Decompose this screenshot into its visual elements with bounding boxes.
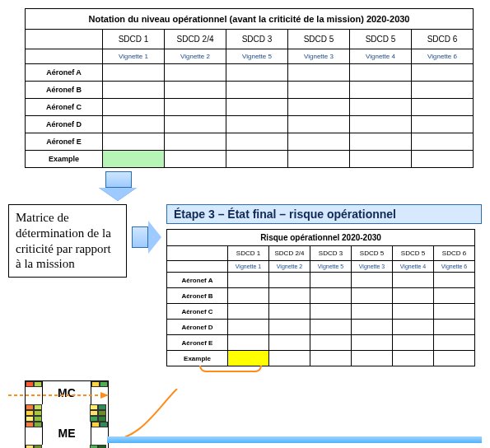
criticality-level-label: ME — [42, 422, 91, 445]
cell — [269, 288, 310, 304]
cell — [393, 335, 434, 351]
cell — [226, 64, 288, 82]
cell — [393, 288, 434, 304]
cell — [165, 116, 226, 133]
cell — [228, 320, 269, 335]
cell — [103, 82, 165, 99]
blue-underline-bar — [107, 436, 482, 443]
table-row: Example — [167, 351, 475, 366]
cell — [269, 273, 310, 288]
cell — [352, 351, 393, 366]
cell — [310, 320, 352, 335]
row-header: Aéronef D — [26, 116, 103, 133]
cell — [350, 64, 412, 82]
table-row: Aéronef D — [167, 320, 475, 335]
example-bracket-icon — [199, 366, 262, 372]
cell — [288, 64, 350, 82]
cell — [288, 116, 350, 133]
cell — [350, 99, 412, 116]
cell — [269, 304, 310, 320]
cell — [412, 133, 474, 151]
row-header: Aéronef D — [167, 320, 228, 335]
cell — [393, 304, 434, 320]
cell — [352, 335, 393, 351]
cell — [350, 82, 412, 99]
cell — [350, 151, 412, 168]
row-header: Aéronef B — [26, 82, 103, 99]
table-row: Aéronef D — [26, 116, 474, 133]
table1-col-headers: SDCD 1SDCD 2/4SDCD 3 SDCD 5SDCD 5SDCD 6 — [26, 30, 474, 49]
cell — [352, 320, 393, 335]
cell — [352, 304, 393, 320]
arrow-down-icon — [99, 171, 482, 201]
cell — [434, 288, 475, 304]
row-header: Aéronef B — [167, 288, 228, 304]
table-row: Aéronef E — [167, 335, 475, 351]
cell — [269, 351, 310, 366]
table-row: Aéronef A — [167, 273, 475, 288]
cell — [310, 335, 352, 351]
cell — [412, 64, 474, 82]
cell — [288, 151, 350, 168]
cell — [434, 335, 475, 351]
cell — [412, 151, 474, 168]
cell — [103, 116, 165, 133]
table-row: Aéronef C — [167, 304, 475, 320]
row-header: Aéronef A — [167, 273, 228, 288]
cell — [310, 273, 352, 288]
cell — [228, 335, 269, 351]
cell — [310, 304, 352, 320]
cell — [288, 133, 350, 151]
table-row: Aéronef B — [167, 288, 475, 304]
row-header: Aéronef C — [26, 99, 103, 116]
cell — [165, 133, 226, 151]
table2-col-headers: SDCD 1SDCD 2/4SDCD 3 SDCD 5SDCD 5SDCD 6 — [167, 246, 475, 261]
cell — [165, 99, 226, 116]
cell — [226, 82, 288, 99]
cell — [269, 320, 310, 335]
cell — [228, 351, 269, 366]
row-header: Example — [26, 151, 103, 168]
table2-title: Risque opérationnel 2020-2030 — [167, 230, 475, 246]
cell — [226, 151, 288, 168]
row-header: Aéronef E — [26, 133, 103, 151]
cell — [226, 133, 288, 151]
operational-risk-table: Risque opérationnel 2020-2030 SDCD 1SDCD… — [166, 229, 475, 366]
cell — [434, 273, 475, 288]
cell — [228, 288, 269, 304]
cell — [393, 351, 434, 366]
cell — [393, 273, 434, 288]
row-header: Aéronef E — [167, 335, 228, 351]
cell — [310, 351, 352, 366]
cell — [228, 273, 269, 288]
cell — [350, 133, 412, 151]
cell — [103, 151, 165, 168]
cell — [226, 116, 288, 133]
cell — [165, 64, 226, 82]
cell — [434, 304, 475, 320]
table-row: Aéronef A — [26, 64, 474, 82]
row-header: Aéronef C — [167, 304, 228, 320]
cell — [288, 99, 350, 116]
cell — [412, 99, 474, 116]
row-header: Aéronef A — [26, 64, 103, 82]
cell — [228, 304, 269, 320]
row-header: Example — [167, 351, 228, 366]
cell — [288, 82, 350, 99]
cell — [350, 116, 412, 133]
cell — [412, 82, 474, 99]
cell — [103, 133, 165, 151]
criticality-matrix-label: Matrice de détermination de la criticité… — [8, 204, 127, 278]
cell — [434, 320, 475, 335]
operational-level-table: Notation du niveau opérationnel (avant l… — [25, 8, 474, 168]
arrow-right-icon — [132, 221, 161, 254]
cell — [352, 288, 393, 304]
cell — [165, 151, 226, 168]
cell — [352, 273, 393, 288]
cell — [434, 351, 475, 366]
criticality-level-label: MC — [42, 381, 91, 404]
cell — [226, 99, 288, 116]
cell — [103, 64, 165, 82]
table-row: Aéronef E — [26, 133, 474, 151]
cell — [269, 335, 310, 351]
